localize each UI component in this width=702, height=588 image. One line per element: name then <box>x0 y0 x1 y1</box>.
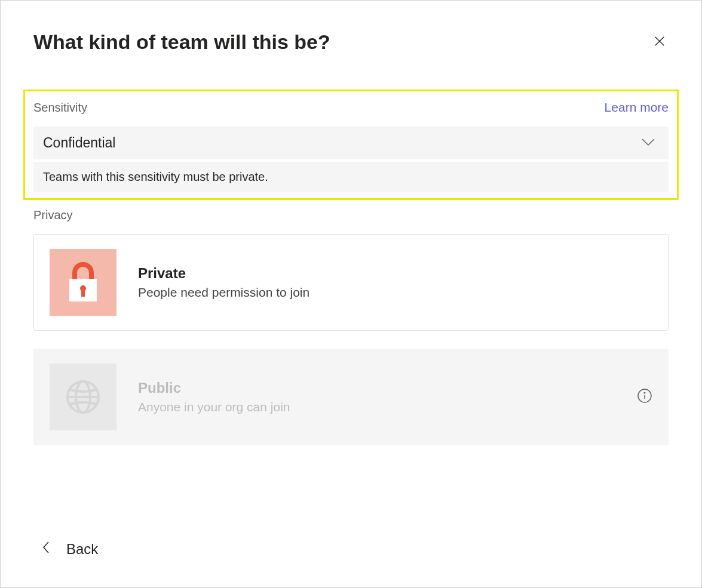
sensitivity-selected-value: Confidential <box>43 135 115 151</box>
private-option-title: Private <box>138 265 652 282</box>
back-button[interactable]: Back <box>42 541 98 558</box>
chevron-down-icon <box>641 138 655 149</box>
svg-rect-4 <box>81 290 85 297</box>
learn-more-link[interactable]: Learn more <box>605 100 669 115</box>
close-button[interactable] <box>651 32 669 52</box>
privacy-label: Privacy <box>33 208 669 222</box>
sensitivity-section-highlight: Sensitivity Learn more Confidential Team… <box>23 90 679 200</box>
globe-icon <box>50 364 117 430</box>
svg-point-10 <box>644 392 645 393</box>
privacy-option-public: Public Anyone in your org can join <box>33 349 669 445</box>
lock-icon <box>50 249 117 316</box>
public-option-description: Anyone in your org can join <box>138 400 615 414</box>
sensitivity-note: Teams with this sensitivity must be priv… <box>33 162 669 192</box>
private-option-description: People need permission to join <box>138 285 652 300</box>
sensitivity-dropdown[interactable]: Confidential <box>33 127 669 159</box>
sensitivity-label: Sensitivity <box>33 101 87 115</box>
dialog-title: What kind of team will this be? <box>33 30 330 54</box>
close-icon <box>653 41 666 50</box>
public-option-title: Public <box>138 380 615 396</box>
chevron-left-icon <box>42 541 50 558</box>
back-button-label: Back <box>66 541 98 558</box>
info-icon[interactable] <box>637 388 652 406</box>
privacy-option-private[interactable]: Private People need permission to join <box>33 234 669 331</box>
